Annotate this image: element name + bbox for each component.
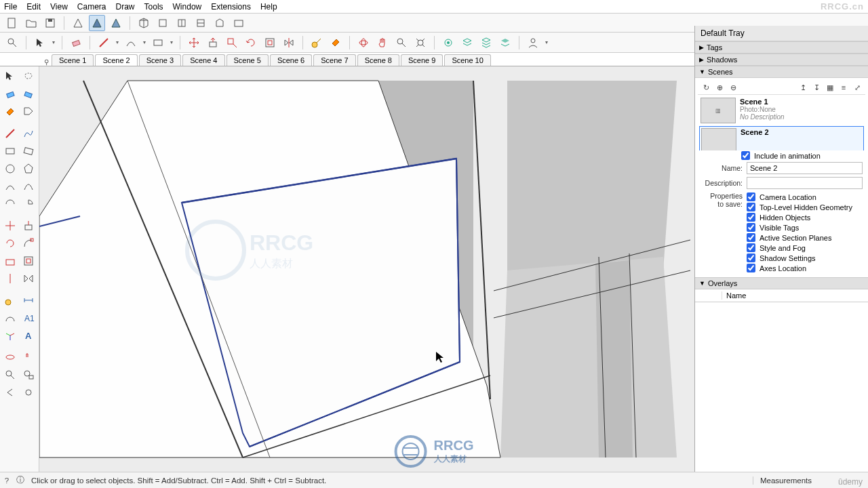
prev-view-tool[interactable] [1,384,19,401]
prop-checkbox[interactable] [747,243,755,252]
tape-tool-button[interactable] [309,35,325,51]
shaded-button[interactable] [89,15,105,31]
scene-add-button[interactable]: ⊕ [714,82,725,93]
tray-section-shadows[interactable]: ▶Shadows [695,54,868,66]
tray-section-scenes[interactable]: ▼Scenes [695,66,868,78]
prop-checkbox[interactable] [747,233,755,242]
pan-tool[interactable] [20,348,38,366]
line-tool[interactable] [1,125,19,142]
prop-checkbox[interactable] [747,264,755,272]
scene-remove-button[interactable]: ⊖ [728,82,738,93]
left-view-button[interactable] [231,15,247,31]
info-icon[interactable]: ⓘ [14,475,27,485]
zoom-tool[interactable] [1,366,19,384]
menu-extensions[interactable]: Extensions [211,2,251,12]
orbit-tool-button[interactable] [355,35,372,51]
paint-tool[interactable] [1,103,19,121]
pie-tool[interactable] [20,195,38,213]
back-view-button[interactable] [212,15,228,31]
scene-tab-9[interactable]: Scene 9 [401,54,443,66]
dimension-tool[interactable] [20,291,38,309]
move-tool-button[interactable] [186,35,202,51]
paint-tool-button[interactable] [328,35,344,51]
circle-tool[interactable] [1,160,19,178]
help-icon[interactable]: ? [0,476,14,485]
scene-tab-6[interactable]: Scene 6 [270,54,312,66]
scene-tab-8[interactable]: Scene 8 [357,54,399,66]
offset-tool-button[interactable] [262,35,278,51]
line-tool-button[interactable] [96,35,112,51]
right-view-button[interactable] [193,15,209,31]
rectangle-tool[interactable] [1,142,19,160]
scale-tool[interactable] [1,252,19,270]
eraser2-tool[interactable] [20,85,38,103]
text-tool[interactable]: A1 [20,309,38,327]
scene-description-input[interactable] [747,177,863,189]
menu-view[interactable]: View [50,2,68,12]
front-view-button[interactable] [174,15,190,31]
scene-move-up-button[interactable]: ↥ [797,82,808,93]
prop-checkbox[interactable] [747,203,755,211]
prop-checkbox[interactable] [747,192,755,201]
tray-section-overlays[interactable]: ▼Overlays [695,277,868,289]
open-file-button[interactable] [23,15,39,31]
menu-camera[interactable]: Camera [77,2,106,12]
ext-gear1-button[interactable] [440,35,456,51]
offset-tool[interactable] [20,252,38,270]
save-button[interactable] [42,15,58,31]
scene-menu-button[interactable]: ≡ [838,82,849,93]
protractor-tool[interactable] [1,309,19,327]
flip-tool-button[interactable] [281,35,297,51]
scene-detail-button[interactable]: ⤢ [852,82,863,93]
lasso-tool[interactable] [20,68,38,85]
menu-help[interactable]: Help [260,2,277,12]
monochrome-button[interactable] [70,15,86,31]
top-view-button[interactable] [155,15,171,31]
eraser-tool[interactable] [1,85,19,103]
tape-tool[interactable] [1,291,19,309]
menu-draw[interactable]: Draw [116,2,135,12]
menu-window[interactable]: Window [173,2,202,12]
freehand-tool[interactable] [20,125,38,142]
polygon-tool[interactable] [20,160,38,178]
rotated-rect-tool[interactable] [20,142,38,160]
pushpull-tool-button[interactable] [205,35,221,51]
3pt-arc-tool[interactable] [1,195,19,213]
menu-tools[interactable]: Tools [144,2,163,12]
zoom-window-tool[interactable] [20,366,38,384]
user-dropdown[interactable]: ▾ [544,39,549,45]
include-animation-checkbox[interactable] [741,151,750,160]
axes-tool[interactable] [1,327,19,344]
ext-layers1-button[interactable] [459,35,475,51]
prop-checkbox[interactable] [747,253,755,262]
3dtext-tool[interactable]: A [20,327,38,344]
arc-tool[interactable] [1,178,19,195]
viewport-3d[interactable]: RRCG 人人素材 [39,66,694,472]
tray-section-tags[interactable]: ▶Tags [695,41,868,54]
arc-tool-button[interactable] [123,35,139,51]
pushpull-tool[interactable] [20,217,38,235]
menu-file[interactable]: File [4,2,17,12]
scene-tab-1[interactable]: Scene 1 [52,54,94,66]
ext-layers3-button[interactable] [497,35,513,51]
move-tool[interactable] [1,217,19,235]
scene-tab-5[interactable]: Scene 5 [226,54,269,66]
scene-tab-4[interactable]: Scene 4 [182,54,224,66]
scene-tab-3[interactable]: Scene 3 [139,54,181,66]
zoom-extents-tool[interactable] [20,384,38,401]
scene-view-button[interactable]: ▦ [825,82,835,93]
menu-edit[interactable]: Edit [26,2,41,12]
line-dropdown[interactable]: ▾ [115,39,120,45]
eraser-tool-button[interactable] [68,35,84,51]
zoom-extents-button[interactable] [412,35,429,51]
select-tool[interactable] [1,68,19,85]
select-dropdown[interactable]: ▾ [51,39,56,45]
zoom-tool-button[interactable] [393,35,410,51]
select-tool-button[interactable] [32,35,48,51]
rotate-tool-button[interactable] [243,35,259,51]
scene-tab-7[interactable]: Scene 7 [313,54,355,66]
scene-tab-hint-icon[interactable]: ⚲ [41,58,52,66]
scene-list-item[interactable]: Scene 2 [699,126,864,150]
new-file-button[interactable] [4,15,20,31]
prop-checkbox[interactable] [747,213,755,222]
